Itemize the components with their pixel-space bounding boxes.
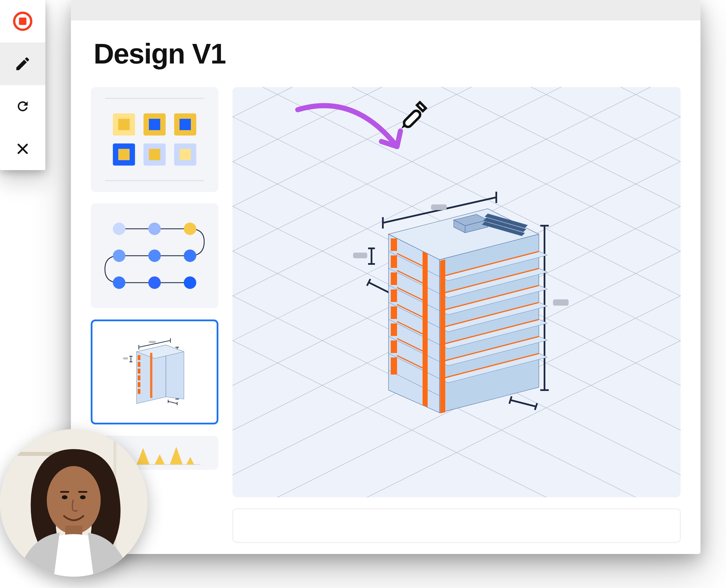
svg-rect-95 [391,255,397,268]
record-stop-icon [13,12,32,31]
divider-line [105,98,204,99]
svg-marker-36 [154,455,165,465]
svg-line-125 [511,400,536,406]
svg-line-126 [509,396,512,404]
svg-rect-28 [138,389,140,394]
svg-marker-117 [440,259,445,413]
svg-rect-96 [391,272,397,285]
svg-rect-99 [391,323,397,336]
redo-button[interactable] [0,85,45,128]
building-model[interactable] [329,192,584,425]
node-graph-icon [91,203,219,308]
svg-line-127 [535,403,537,410]
svg-rect-26 [138,375,140,380]
document-title: Design V1 [71,20,701,81]
svg-rect-135 [60,491,69,493]
svg-point-133 [62,495,67,499]
svg-point-6 [113,276,125,289]
floating-toolbar [0,0,45,170]
thumbnail-building[interactable] [91,319,219,424]
svg-rect-101 [391,357,397,375]
svg-rect-25 [138,369,140,374]
presenter-avatar[interactable] [0,429,147,577]
svg-rect-12 [149,341,156,343]
svg-point-3 [113,250,125,262]
svg-rect-98 [391,307,397,319]
svg-point-0 [113,223,125,235]
thumbnail-nodegraph[interactable] [91,203,219,308]
thumbnail-swatches[interactable] [91,87,219,192]
svg-rect-27 [138,382,140,387]
window-titlebar[interactable] [71,0,701,20]
svg-line-74 [369,282,391,294]
svg-point-2 [184,223,196,235]
pencil-icon [398,98,430,130]
svg-rect-23 [138,355,140,360]
swatch-grid [105,109,204,170]
swatch [113,144,135,166]
close-icon [14,140,31,158]
swatch [174,144,196,166]
svg-marker-35 [137,448,149,465]
svg-point-5 [184,250,196,262]
svg-marker-38 [187,457,194,465]
annotation-arrow[interactable] [289,98,411,162]
canvas-column [232,87,681,543]
svg-rect-100 [391,340,397,353]
mini-building-icon [105,331,204,413]
svg-rect-19 [123,357,128,359]
swatch [174,113,196,135]
svg-point-134 [80,495,86,499]
svg-rect-61 [402,109,422,128]
svg-point-8 [184,276,196,289]
swatch [144,113,166,135]
svg-rect-69 [553,299,568,306]
pencil-icon [14,55,31,72]
content-row [71,81,701,554]
svg-rect-29 [150,353,152,398]
annotation-pencil[interactable] [398,98,430,131]
svg-point-1 [148,223,161,235]
svg-line-30 [168,401,177,403]
svg-point-4 [148,250,161,262]
svg-rect-65 [431,204,447,210]
divider-line [105,180,204,181]
close-button[interactable] [0,128,45,170]
design-window: Design V1 [71,0,701,554]
caption-input[interactable] [232,509,681,543]
swatch [144,144,166,166]
swatch [113,113,135,135]
main-canvas[interactable] [232,87,681,497]
svg-rect-24 [138,362,140,367]
redo-icon [14,98,31,115]
avatar-image [0,429,147,577]
edit-button[interactable] [0,43,45,85]
svg-rect-136 [78,491,87,493]
svg-rect-94 [391,238,397,251]
svg-rect-97 [391,290,397,302]
svg-marker-37 [170,447,183,465]
svg-rect-73 [353,253,367,258]
svg-marker-102 [422,251,428,407]
record-button[interactable] [0,0,45,43]
svg-point-7 [148,276,161,289]
